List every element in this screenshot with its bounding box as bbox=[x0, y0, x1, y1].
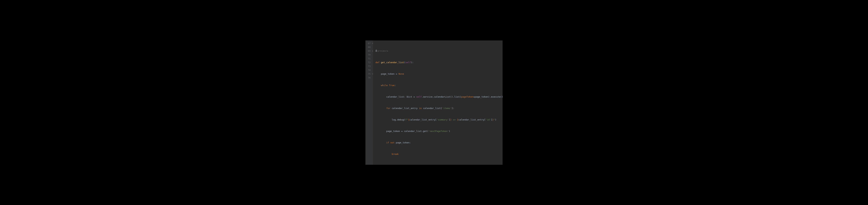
line-number: 74 bbox=[368, 68, 371, 72]
code-editor: 67 68 69 70 71 72 73 74 75 76 ⊟ ⊟ ⊟ proc… bbox=[365, 40, 503, 165]
code-area[interactable]: procamora def get_calendar_list(self): p… bbox=[373, 40, 505, 165]
line-number-gutter: 67 68 69 70 71 72 73 74 75 76 bbox=[365, 40, 372, 165]
line-number: 69 bbox=[368, 49, 371, 53]
person-icon bbox=[375, 50, 377, 52]
code-line: if not page_token: bbox=[375, 141, 503, 145]
code-line: break bbox=[375, 152, 503, 156]
line-number: 68 bbox=[368, 45, 371, 49]
code-line: page_token = None bbox=[375, 72, 503, 76]
code-line: page_token = calendar_list.get('nextPage… bbox=[375, 129, 503, 133]
line-number: 72 bbox=[368, 61, 371, 64]
code-line: for calendar_list_entry in calendar_list… bbox=[375, 107, 503, 110]
code-line: while True: bbox=[375, 84, 503, 87]
line-number: 73 bbox=[368, 64, 371, 68]
line-number: 67 bbox=[368, 41, 371, 45]
code-line: log.debug(f"{calendar_list_entry['summar… bbox=[375, 118, 503, 122]
author-annotation: procamora bbox=[375, 49, 503, 53]
line-number: 70 bbox=[368, 53, 371, 57]
line-number: 76 bbox=[368, 76, 371, 80]
code-line: calendar_list: Dict = self.service.calen… bbox=[375, 95, 503, 99]
code-line: def get_calendar_list(self): bbox=[375, 61, 503, 64]
author-name: procamora bbox=[378, 50, 388, 52]
line-number: 71 bbox=[368, 57, 371, 61]
line-number: 75 bbox=[368, 72, 371, 76]
